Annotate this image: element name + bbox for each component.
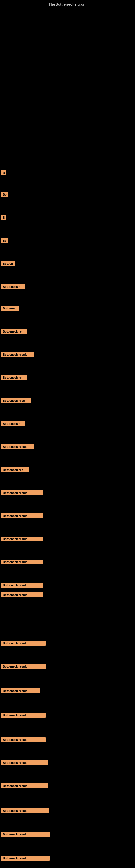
result-bar-20: Bottleneck result bbox=[1, 592, 43, 597]
result-bar-9: Bottleneck result bbox=[1, 352, 34, 357]
result-bar-14: Bottleneck res bbox=[1, 467, 30, 472]
result-bar-16: Bottleneck result bbox=[1, 514, 43, 518]
site-title: TheBottlenecker.com bbox=[0, 0, 135, 8]
result-bar-23: Bottleneck result bbox=[1, 688, 40, 693]
result-bar-26: Bottleneck result bbox=[1, 760, 48, 765]
result-bar-5: Bottlen bbox=[1, 261, 15, 266]
result-bar-19: Bottleneck result bbox=[1, 583, 43, 588]
result-bar-3: B bbox=[1, 215, 6, 220]
result-bar-30: Bottleneck result bbox=[1, 856, 50, 861]
result-bar-6: Bottleneck r bbox=[1, 284, 25, 289]
result-bar-8: Bottleneck re bbox=[1, 329, 27, 334]
result-bar-7: Bottlenec bbox=[1, 306, 19, 311]
result-bar-13: Bottleneck result bbox=[1, 444, 34, 449]
result-bar-24: Bottleneck result bbox=[1, 713, 46, 718]
result-bar-2: Bo bbox=[1, 192, 8, 197]
result-bar-25: Bottleneck result bbox=[1, 737, 46, 742]
result-bar-17: Bottleneck result bbox=[1, 536, 43, 541]
result-bar-10: Bottleneck re bbox=[1, 375, 27, 380]
result-bar-1: B bbox=[1, 170, 6, 175]
result-bar-11: Bottleneck resu bbox=[1, 398, 31, 403]
result-bar-22: Bottleneck result bbox=[1, 664, 46, 669]
result-bar-28: Bottleneck result bbox=[1, 808, 49, 813]
result-bar-12: Bottleneck r bbox=[1, 421, 25, 426]
result-bar-18: Bottleneck result bbox=[1, 560, 43, 564]
result-bar-29: Bottleneck result bbox=[1, 832, 50, 837]
result-bar-4: Bo bbox=[1, 238, 8, 243]
result-bar-27: Bottleneck result bbox=[1, 783, 48, 788]
result-bar-15: Bottleneck result bbox=[1, 490, 43, 495]
result-bar-21: Bottleneck result bbox=[1, 641, 46, 646]
